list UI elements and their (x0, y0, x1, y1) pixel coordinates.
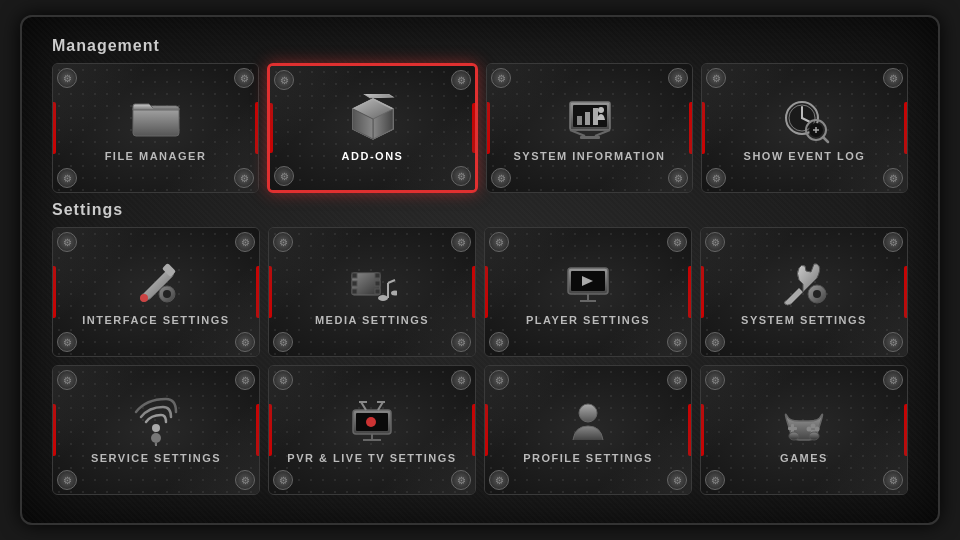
gear-icon-tr4 (883, 68, 903, 88)
folder-icon (131, 94, 181, 144)
gear-icon-bl3 (491, 168, 511, 188)
grid-item-player-settings[interactable]: PLAYER SETTINGS (484, 227, 692, 357)
gear-icon-bl4 (706, 168, 726, 188)
svg-rect-59 (788, 427, 797, 430)
svg-rect-8 (593, 108, 598, 125)
svg-rect-30 (375, 273, 380, 278)
games-label: GAMES (780, 452, 828, 464)
section-management-label: Management (52, 37, 908, 55)
svg-point-33 (378, 295, 388, 301)
gear-icon-ps-tl (489, 232, 509, 252)
addons-icon (348, 94, 398, 144)
svg-point-36 (391, 291, 397, 296)
gear-icon-br2 (451, 166, 471, 186)
svg-point-56 (366, 417, 376, 427)
grid-item-service-settings[interactable]: SERVICE SETTINGS (52, 365, 260, 495)
system-settings-label: SYSTEM SETTINGS (741, 314, 867, 326)
grid-item-pvr-settings[interactable]: PVR & LIVE TV SETTINGS (268, 365, 476, 495)
media-settings-icon (347, 258, 397, 308)
gear-icon-sv-tl (57, 370, 77, 390)
svg-line-11 (595, 130, 610, 136)
grid-item-interface-settings[interactable]: INTERFACE SETTINGS (52, 227, 260, 357)
svg-point-45 (152, 424, 160, 432)
gear-icon-if-tl (57, 232, 77, 252)
gear-icon-pvr-br (451, 470, 471, 490)
svg-point-44 (813, 290, 821, 298)
gear-icon-gm-br (883, 470, 903, 490)
service-settings-icon (131, 396, 181, 446)
svg-point-60 (811, 424, 816, 429)
gear-icon-ss-br (883, 332, 903, 352)
svg-point-64 (789, 432, 799, 440)
svg-point-57 (579, 404, 597, 422)
file-manager-label: FILE MANAGER (105, 150, 207, 162)
svg-rect-32 (375, 289, 380, 294)
grid-item-add-ons[interactable]: ADD-ONS (267, 63, 478, 193)
gear-icon-tl (57, 68, 77, 88)
svg-line-51 (378, 402, 383, 410)
gear-icon-bl2 (274, 166, 294, 186)
gear-icon-gm-tr (883, 370, 903, 390)
grid-item-file-manager[interactable]: FILE MANAGER (52, 63, 259, 193)
svg-line-50 (361, 402, 366, 410)
svg-point-65 (809, 432, 819, 440)
grid-item-games[interactable]: GAMES (700, 365, 908, 495)
gear-icon-ms-tr (451, 232, 471, 252)
gear-icon-ss-tl (705, 232, 725, 252)
gear-icon-ps-tr (667, 232, 687, 252)
gear-icon-gm-tl (705, 370, 725, 390)
service-settings-label: SERVICE SETTINGS (91, 452, 221, 464)
add-ons-label: ADD-ONS (342, 150, 404, 162)
system-settings-icon (779, 258, 829, 308)
svg-rect-12 (580, 136, 600, 139)
gear-icon-ss-tr (883, 232, 903, 252)
gear-icon-pr-tl (489, 370, 509, 390)
grid-item-profile-settings[interactable]: PROFILE SETTINGS (484, 365, 692, 495)
gear-icon-bl (57, 168, 77, 188)
svg-rect-27 (352, 273, 357, 278)
system-info-icon (565, 94, 615, 144)
gear-icon-tl2 (274, 70, 294, 90)
gear-icon-br3 (668, 168, 688, 188)
settings-row-1: INTERFACE SETTINGS (52, 227, 908, 357)
gear-icon-if-br (235, 332, 255, 352)
profile-settings-label: PROFILE SETTINGS (523, 452, 653, 464)
gear-icon-pr-tr (667, 370, 687, 390)
interface-settings-icon (131, 258, 181, 308)
svg-rect-6 (577, 116, 582, 125)
player-settings-icon (563, 258, 613, 308)
pvr-settings-icon (347, 396, 397, 446)
svg-line-35 (388, 280, 395, 283)
system-information-label: SYSTEM INFORMATION (513, 150, 665, 162)
svg-point-46 (151, 433, 161, 443)
svg-point-9 (598, 107, 604, 113)
gear-icon-gm-bl (705, 470, 725, 490)
show-event-log-label: SHOW EVENT LOG (744, 150, 866, 162)
svg-rect-28 (352, 281, 357, 286)
gear-icon-sv-bl (57, 470, 77, 490)
gear-icon-tl4 (706, 68, 726, 88)
gear-icon-sv-br (235, 470, 255, 490)
gear-icon-tr3 (668, 68, 688, 88)
interface-settings-label: INTERFACE SETTINGS (82, 314, 229, 326)
svg-rect-7 (585, 112, 590, 125)
gear-icon-ms-bl (273, 332, 293, 352)
grid-item-system-information[interactable]: SYSTEM INFORMATION (486, 63, 693, 193)
svg-line-19 (823, 137, 828, 142)
section-settings-label: Settings (52, 201, 908, 219)
player-settings-label: PLAYER SETTINGS (526, 314, 650, 326)
gear-icon-pr-br (667, 470, 687, 490)
gear-icon-ss-bl (705, 332, 725, 352)
svg-point-22 (140, 294, 148, 302)
gear-icon-ps-bl (489, 332, 509, 352)
svg-rect-29 (352, 289, 357, 294)
grid-item-show-event-log[interactable]: SHOW EVENT LOG (701, 63, 908, 193)
pvr-settings-label: PVR & LIVE TV SETTINGS (287, 452, 456, 464)
svg-rect-31 (375, 281, 380, 286)
grid-item-media-settings[interactable]: MEDIA SETTINGS (268, 227, 476, 357)
gear-icon-ps-br (667, 332, 687, 352)
grid-item-system-settings[interactable]: SYSTEM SETTINGS (700, 227, 908, 357)
settings-row-2: SERVICE SETTINGS (52, 365, 908, 495)
gear-icon-tr (234, 68, 254, 88)
gear-icon-ms-br (451, 332, 471, 352)
